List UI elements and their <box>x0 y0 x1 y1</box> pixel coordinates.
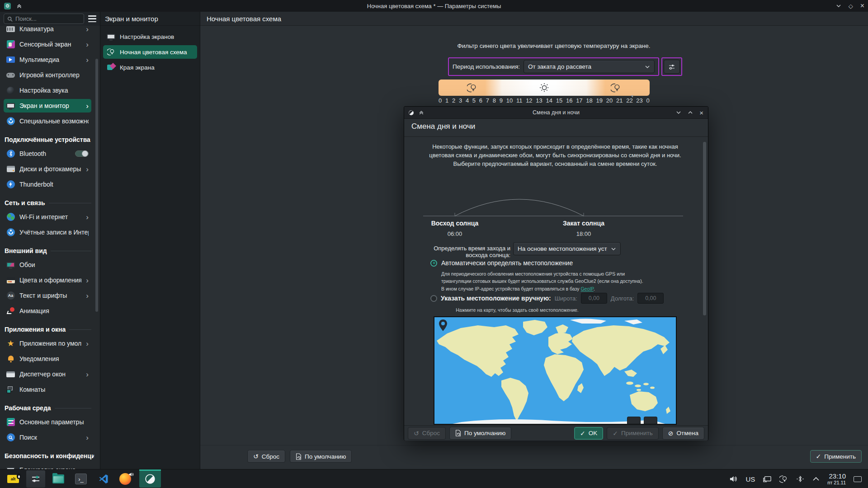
chevron-down-icon <box>645 64 650 70</box>
auto-location-radio[interactable] <box>430 260 437 267</box>
sidebar-section-apps-windows: Приложения и окна <box>5 324 91 335</box>
close-icon[interactable]: × <box>860 2 864 10</box>
latitude-field[interactable] <box>581 293 607 304</box>
manual-location-radio[interactable] <box>430 295 437 302</box>
sunrise-time: 06:00 <box>419 230 491 237</box>
dialog-apply-button[interactable]: ✓ Применить <box>607 427 659 440</box>
auto-location-label: Автоматически определять местоположение <box>441 259 573 267</box>
search-icon <box>7 16 13 22</box>
midcol-item-night-color[interactable]: Ночная цветовая схема <box>103 45 197 59</box>
sidebar-item-colors-themes[interactable]: Цвета и оформления › <box>4 273 91 287</box>
reset-button[interactable]: ↺ Сброс <box>247 450 285 463</box>
fonts-icon: Aa <box>6 291 15 300</box>
sidebar-item-disks-cameras[interactable]: Диски и фотокамеры › <box>4 162 91 176</box>
night-color-tray-icon[interactable] <box>779 475 788 483</box>
sidebar-item-sound[interactable]: Настройка звука <box>4 84 91 97</box>
current-time-marker: ▾ <box>631 94 633 99</box>
dialog-titlebar[interactable]: Смена дня и ночи × <box>404 107 708 119</box>
bluetooth-toggle[interactable] <box>75 150 89 157</box>
world-map[interactable] <box>434 316 677 425</box>
minimize-icon[interactable] <box>836 3 841 9</box>
map-zoom-in-button[interactable] <box>627 417 641 425</box>
terminal-task[interactable]: ›_ <box>71 470 90 488</box>
window-titlebar[interactable]: ⚙ Ночная цветовая схема * — Параметры си… <box>0 0 868 12</box>
vscode-task[interactable] <box>94 470 113 488</box>
sidebar-scrollbar[interactable] <box>95 59 98 312</box>
map-zoom-out-button[interactable] <box>644 417 657 425</box>
accessibility-icon <box>6 117 15 126</box>
folder-icon <box>52 474 64 483</box>
dialog-defaults-button[interactable]: По умолчанию <box>449 427 511 440</box>
clock-time: 23:10 <box>827 472 846 480</box>
sidebar-item-thunderbolt[interactable]: Thunderbolt <box>4 178 91 191</box>
sidebar-item-window-manager[interactable]: Диспетчер окон › <box>4 367 91 381</box>
bluetooth-tray-icon[interactable] <box>796 475 805 483</box>
defaults-button[interactable]: По умолчанию <box>290 450 352 463</box>
day-night-active-task[interactable] <box>139 470 161 488</box>
sidebar-item-wifi[interactable]: Wi-Fi и интернет › <box>4 210 91 224</box>
sidebar-section-workspace: Рабочая среда <box>5 403 91 413</box>
drive-icon <box>6 165 15 174</box>
sidebar-item-bluetooth[interactable]: Bluetooth <box>4 147 91 160</box>
dialog-reset-button[interactable]: ↺ Сброс <box>408 427 446 440</box>
sliders-icon <box>6 418 15 427</box>
lock-screen-icon <box>6 466 15 469</box>
app-launcher-button[interactable]: alt <box>4 470 23 488</box>
night-lamp-icon <box>467 83 477 93</box>
sidebar-item-default-apps[interactable]: ★ Приложения по умолчанию › <box>4 337 91 350</box>
dialog-ok-button[interactable]: ✓ OK <box>574 427 603 440</box>
display-connect-icon[interactable] <box>763 475 772 483</box>
apply-button[interactable]: ✓ Применить <box>810 450 862 463</box>
minimize-icon[interactable] <box>676 110 681 115</box>
search-input[interactable]: Поиск... <box>4 14 84 24</box>
longitude-field[interactable] <box>637 293 664 304</box>
night-color-timeline[interactable]: ▾ 012 345 678 91011 121314 151617 181920… <box>439 80 650 104</box>
system-settings-task[interactable] <box>26 470 45 488</box>
sidebar-item-online-accounts[interactable]: Учётные записи в Интернете <box>4 225 91 239</box>
maximize-icon[interactable]: ◇ <box>849 3 853 9</box>
midcol-item-screen-edges[interactable]: Края экрана <box>103 61 197 74</box>
midcol-item-display-configuration[interactable]: Настройка экранов <box>103 30 197 43</box>
sidebar-item-notifications[interactable]: Уведомления <box>4 352 91 366</box>
tray-expand-icon[interactable] <box>812 476 820 482</box>
sidebar-item-display[interactable]: Экран и монитор › <box>4 99 91 113</box>
sidebar-item-animation[interactable]: Анимация <box>4 304 91 318</box>
sidebar-item-fonts[interactable]: Aa Текст и шрифты › <box>4 289 91 302</box>
sidebar-section-security: Безопасность и конфиденциаль… <box>5 450 91 461</box>
dialog-footer: ↺ Сброс По умолчанию ✓ OK ✓ Применить ⊘ … <box>404 425 708 441</box>
keyboard-layout-indicator[interactable]: US <box>745 475 755 483</box>
dialog-scrollbar[interactable] <box>703 142 706 315</box>
sound-icon <box>6 86 15 95</box>
world-map-image <box>434 317 676 424</box>
clock[interactable]: 23:10 пт 21.11 <box>827 472 846 486</box>
dialog-cancel-button[interactable]: ⊘ Отмена <box>662 427 704 440</box>
sidebar-item-search[interactable]: Поиск › <box>4 431 91 444</box>
sidebar-item-activities[interactable]: Комнаты <box>4 383 91 396</box>
volume-icon[interactable] <box>729 475 738 483</box>
sidebar-item-multimedia[interactable]: Мультимедиа › <box>4 53 91 66</box>
menu-icon[interactable] <box>87 14 97 23</box>
sidebar-item-game-controller[interactable]: Игровой контроллер <box>4 68 91 82</box>
period-select[interactable]: От заката до рассвета <box>524 60 655 73</box>
sidebar-item-general-behavior[interactable]: Основные параметры <box>4 415 91 429</box>
file-manager-task[interactable] <box>49 470 68 488</box>
close-icon[interactable]: × <box>699 109 703 117</box>
sidebar-item-wallpaper[interactable]: Обои <box>4 258 91 272</box>
cancel-icon: ⊘ <box>668 430 674 436</box>
firefox-task[interactable] <box>116 470 135 488</box>
midcol-header: Экран и монитор <box>100 12 200 26</box>
keep-above-icon[interactable] <box>419 110 424 115</box>
gamepad-icon <box>6 71 15 80</box>
tune-button[interactable] <box>664 60 680 74</box>
geoip-link[interactable]: GeoIP <box>580 286 593 291</box>
sidebar-item-screen-locking[interactable]: Блокировка экрана <box>4 463 91 469</box>
sidebar-item-keyboard[interactable]: Клавиатура › <box>4 26 91 36</box>
sidebar-item-accessibility[interactable]: Специальные возможности <box>4 114 91 128</box>
sidebar-item-touchscreen[interactable]: Сенсорный экран › <box>4 38 91 51</box>
maximize-icon[interactable] <box>688 110 693 115</box>
window-icon <box>6 370 15 379</box>
show-desktop-button[interactable] <box>854 476 862 482</box>
period-label: Период использования: <box>453 63 520 70</box>
detect-times-select[interactable]: На основе местоположения устройства <box>513 242 621 255</box>
timeline-bar[interactable] <box>439 80 650 96</box>
